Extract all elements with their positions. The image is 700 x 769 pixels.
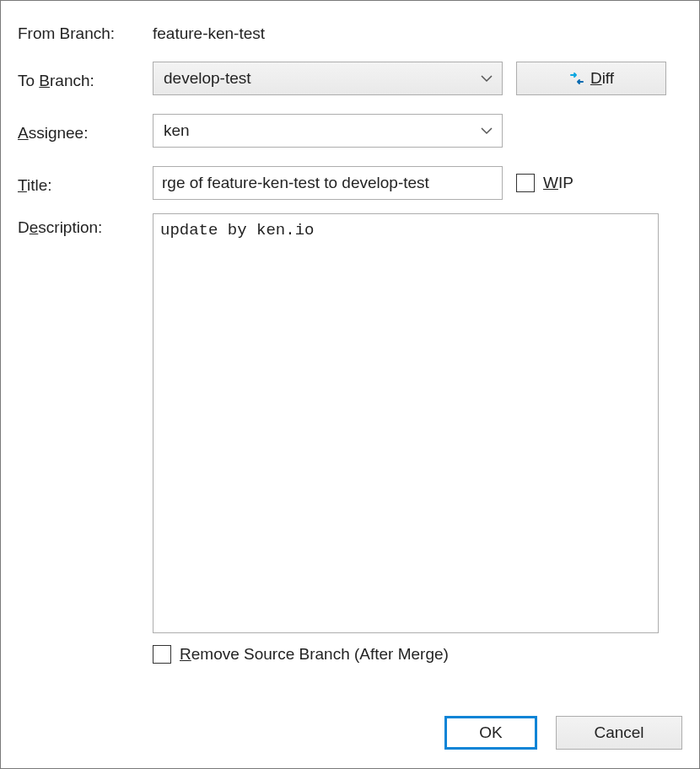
remove-source-checkbox[interactable] <box>153 645 171 664</box>
dialog-buttons: OK Cancel <box>444 716 682 750</box>
title-input[interactable] <box>153 166 503 200</box>
label-title: Title: <box>18 171 153 195</box>
wip-checkbox-wrap[interactable]: WIP <box>516 174 573 192</box>
chevron-down-icon <box>480 72 493 85</box>
assignee-dropdown[interactable]: ken <box>153 114 503 148</box>
label-assignee: Assignee: <box>18 119 153 143</box>
chevron-down-icon <box>480 124 493 137</box>
row-assignee: Assignee: ken <box>18 114 682 148</box>
description-textarea[interactable]: update by ken.io <box>153 213 659 633</box>
ok-button[interactable]: OK <box>444 716 537 750</box>
cancel-button[interactable]: Cancel <box>556 716 682 750</box>
merge-request-dialog: From Branch: feature-ken-test To Branch:… <box>0 0 700 769</box>
from-branch-value: feature-ken-test <box>153 19 265 43</box>
wip-label: WIP <box>543 174 573 192</box>
label-from-branch: From Branch: <box>18 19 153 43</box>
diff-icon <box>568 70 585 87</box>
row-remove-source: Remove Source Branch (After Merge) <box>153 645 682 664</box>
to-branch-selected: develop-test <box>164 69 251 88</box>
to-branch-dropdown[interactable]: develop-test <box>153 62 503 95</box>
remove-source-label: Remove Source Branch (After Merge) <box>180 645 449 664</box>
label-description: Description: <box>18 213 153 237</box>
row-title: Title: WIP <box>18 166 682 200</box>
remove-source-checkbox-wrap[interactable]: Remove Source Branch (After Merge) <box>153 645 449 664</box>
assignee-selected: ken <box>164 121 190 140</box>
row-to-branch: To Branch: develop-test Diff <box>18 62 682 95</box>
row-description: Description: update by ken.io <box>18 213 682 633</box>
diff-button[interactable]: Diff <box>516 62 666 95</box>
row-from-branch: From Branch: feature-ken-test <box>18 19 682 43</box>
label-to-branch: To Branch: <box>18 67 153 90</box>
wip-checkbox[interactable] <box>516 174 535 192</box>
